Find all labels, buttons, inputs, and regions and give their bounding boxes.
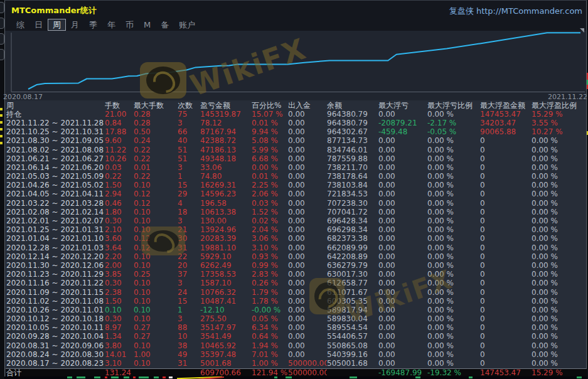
cell-balance: 642208.89 (327, 253, 378, 261)
menu-tab-备[interactable]: 备 (156, 19, 174, 30)
cell-max-float-profit: 0 (480, 289, 532, 297)
menu-tab-年[interactable]: 年 (102, 19, 120, 30)
cell-max-float-profit: 0 (480, 137, 532, 145)
table-row[interactable]: 2020.11.02 ~ 2020.11.081.500.101510487.4… (6, 297, 587, 306)
table-row[interactable]: 2021.11.22 ~ 2021.11.280.840.28378.120.0… (6, 119, 587, 127)
title-bar[interactable]: MTCommander统计 复盘侠 http://MTCommander.com (5, 1, 586, 19)
table-row[interactable]: 2021.08.30 ~ 2021.09.059.600.244042388.7… (6, 137, 587, 146)
cell-pnl-pct: 9.94 % (252, 128, 288, 136)
table-row[interactable]: 2021.02.01 ~ 2021.02.070.300.103130.000.… (6, 216, 587, 225)
cell-count: 66 (178, 128, 200, 136)
chart-zone[interactable]: 2020.08.17 2021.11.22 WikiFX (5, 31, 586, 100)
cell-max-float-loss-pct: 0.00 % (427, 173, 480, 181)
cell-deposit: 0.00 (288, 333, 327, 341)
cell-max-float-loss-pct: 0.00 % (427, 181, 480, 190)
cell-max-float-loss-pct: 0.00 % (427, 315, 480, 323)
cell-balance: 696298.34 (327, 226, 378, 234)
table-row[interactable]: 2021.05.03 ~ 2021.05.090.220.22174.800.0… (6, 173, 587, 181)
background-candle-sliver (139, 376, 149, 378)
cell-max-lots: 0.27 (134, 333, 178, 341)
cell-max-lots: 0.10 (134, 289, 178, 297)
cell-week: 2020.10.05 ~ 2020.10.11 (6, 324, 105, 332)
table-row[interactable]: 2020.12.28 ~ 2021.01.033.640.123119881.1… (6, 243, 587, 252)
table-row[interactable]: 2021.06.14 ~ 2021.06.200.030.01333.060.0… (6, 163, 587, 172)
background-button-sliver (0, 18, 4, 29)
table-row[interactable]: 2020.10.12 ~ 2020.10.180.300.103275.500.… (6, 315, 587, 324)
table-row[interactable]: 2020.08.24 ~ 2020.08.3014.011.004935397.… (6, 350, 587, 359)
background-candle-sliver (94, 376, 100, 378)
cell-lots: 21.00 (105, 110, 134, 119)
cell-count: 3 (178, 279, 200, 287)
cell-pnl-pct: 0.01 % (252, 119, 288, 127)
table-row[interactable]: 2020.08.17 ~ 2020.08.233.100.10315001.68… (6, 359, 587, 368)
cell-pnl-pct: -0.00 % (252, 306, 288, 314)
cell-count: 37 (178, 270, 200, 279)
table-row[interactable]: 2021.01.25 ~ 2021.01.312.100.102113924.9… (6, 226, 587, 235)
cell-max-float-loss: 0.00 (378, 333, 427, 341)
table-row[interactable]: 2021.04.26 ~ 2021.05.021.500.101516269.3… (6, 181, 587, 190)
cell-max-float-profit-pct: 3.55 % (532, 119, 587, 127)
table-row[interactable]: 2021.02.08 ~ 2021.02.141.800.101810613.3… (6, 208, 587, 216)
cell-lots: 0.03 (105, 164, 134, 172)
cell-week: 2021.04.26 ~ 2021.05.02 (6, 181, 105, 190)
menu-tab-周[interactable]: 周 (48, 19, 66, 31)
cell-max-float-profit: 0 (480, 226, 532, 234)
menu-tab-账户[interactable]: 账户 (174, 19, 200, 30)
cell-max-float-loss: 0.00 (378, 181, 427, 190)
panel-resize-grip[interactable] (580, 28, 584, 33)
cell-week: 2020.08.24 ~ 2020.08.30 (6, 351, 105, 359)
background-candle-sliver (286, 376, 292, 378)
table-row[interactable]: 2020.11.30 ~ 2020.12.062.000.10206262.49… (6, 261, 587, 270)
menu-tab-综[interactable]: 综 (11, 19, 29, 30)
background-candle-sliver (577, 376, 582, 378)
table-row[interactable]: 2021.08.02 ~ 2021.08.0811.220.225147186.… (6, 146, 587, 154)
menu-tab-月[interactable]: 月 (66, 19, 84, 30)
table-row[interactable]: 2020.11.23 ~ 2020.11.293.850.253717358.5… (6, 270, 587, 279)
cell-deposit: 0.00 (288, 253, 327, 261)
table-row[interactable]: 2020.08.31 ~ 2020.09.063.800.103810465.9… (6, 341, 587, 350)
cell-deposit: 0.00 (288, 119, 327, 127)
cell-max-lots: 0.10 (134, 262, 178, 270)
table-row[interactable]: 2021.01.04 ~ 2021.01.103.600.123020283.3… (6, 235, 587, 243)
table-row[interactable]: 2020.09.28 ~ 2020.10.041.340.27103541.49… (6, 333, 587, 341)
table-row[interactable]: 持仓21.000.2875145319.8715.07 %0.00964380.… (6, 110, 587, 119)
cell-count: 40 (178, 137, 200, 145)
table-row[interactable]: 2021.10.25 ~ 2021.10.3117.880.506687167.… (6, 128, 587, 137)
cell-max-float-profit: 0 (480, 360, 532, 368)
table-row[interactable]: 2020.11.09 ~ 2020.11.152.380.102410766.3… (6, 288, 587, 297)
menu-tab-M[interactable]: M (139, 19, 156, 30)
cell-balance: 636279.79 (327, 262, 378, 270)
table-row[interactable]: 2021.03.22 ~ 2021.03.280.460.124196.580.… (6, 199, 587, 208)
table-row[interactable]: 2020.12.14 ~ 2020.12.202.200.10225929.10… (6, 252, 587, 261)
table-row[interactable]: 2020.10.05 ~ 2020.10.118.970.278835147.9… (6, 324, 587, 333)
cell-pnl-pct: 0.00 % (252, 164, 288, 172)
mtcommander-stats-window: MTCommander统计 复盘侠 http://MTCommander.com… (4, 0, 587, 377)
cell-deposit: 0.00 (288, 342, 327, 350)
cell-week: 2021.02.01 ~ 2021.02.07 (6, 217, 105, 225)
cell-max-float-profit-pct: 0.00 % (532, 200, 587, 208)
cell-pnl: 35397.48 (200, 351, 252, 359)
menu-tab-季[interactable]: 季 (84, 19, 102, 30)
cell-max-float-loss-pct: 0.00 % (427, 342, 480, 350)
cell-week: 2021.02.08 ~ 2021.02.14 (6, 208, 105, 216)
cell-max-float-profit: 0 (480, 262, 532, 270)
table-row[interactable]: 2021.04.05 ~ 2021.04.112.940.122914596.2… (6, 190, 587, 199)
cell-balance: 707041.72 (327, 208, 378, 216)
cell-count: 3 (178, 315, 200, 323)
cell-pnl: 10613.38 (200, 208, 252, 216)
menu-tab-币[interactable]: 币 (120, 19, 139, 30)
cell-max-float-profit-pct: 0.00 % (532, 226, 587, 234)
cell-deposit: 0.00 (288, 351, 327, 359)
table-row[interactable]: 2021.06.21 ~ 2021.06.2710.260.225149348.… (6, 154, 587, 163)
menu-tab-日[interactable]: 日 (29, 19, 48, 30)
cell-pnl: 10487.41 (200, 297, 252, 306)
cell-lots: 1.80 (105, 208, 134, 216)
cell-max-float-loss: 0.00 (378, 244, 427, 252)
cell-max-float-loss: 0.00 (378, 155, 427, 163)
cell-max-float-loss: 0.00 (378, 164, 427, 172)
cell-balance: 554406.57 (327, 333, 378, 341)
table-row[interactable]: 2020.11.16 ~ 2020.11.220.300.1031587.100… (6, 279, 587, 288)
cell-lots: 2.20 (105, 253, 134, 261)
column-header-pnl-pct: 百分比% (252, 102, 288, 110)
table-row[interactable]: 2020.10.26 ~ 2020.11.010.100.101-12.10-0… (6, 306, 587, 314)
